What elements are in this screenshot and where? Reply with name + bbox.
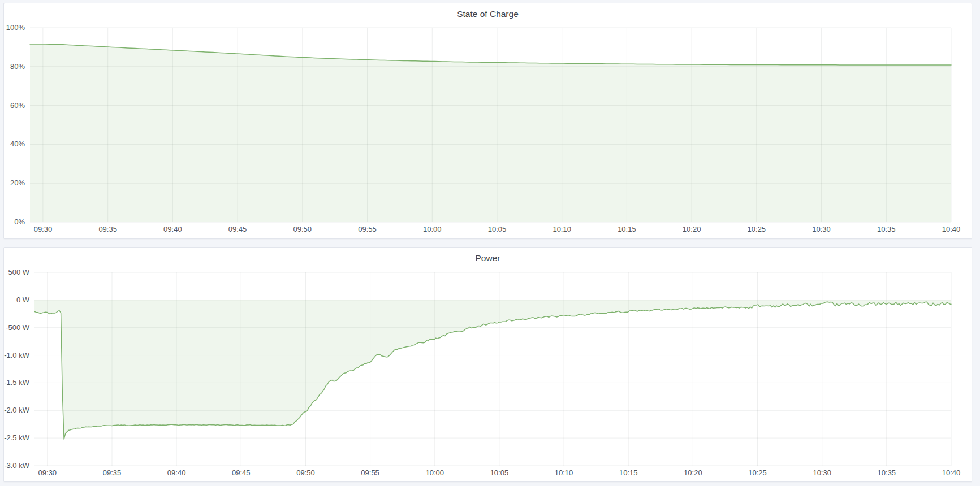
- y-tick-label: 0 W: [4, 296, 29, 304]
- x-tick-label: 10:35: [878, 468, 896, 477]
- x-tick-label: 09:40: [163, 225, 182, 233]
- x-tick-label: 09:45: [228, 225, 247, 233]
- x-tick-label: 10:05: [490, 468, 509, 477]
- y-tick-label: -2.5 kW: [4, 434, 29, 442]
- x-tick-label: 09:55: [361, 468, 379, 477]
- y-tick-label: -1.0 kW: [4, 352, 29, 359]
- y-tick-label: 0%: [4, 218, 25, 226]
- x-tick-label: 10:00: [423, 225, 442, 233]
- y-tick-label: 100%: [4, 24, 25, 32]
- x-tick-label: 09:40: [167, 468, 186, 477]
- x-tick-label: 10:25: [748, 225, 766, 233]
- panel-power: Power 500 W0 W-500 W-1.0 kW-1.5 kW-2.0 k…: [3, 247, 972, 482]
- y-tick-label: 40%: [4, 140, 25, 148]
- y-tick-label: -500 W: [4, 324, 29, 332]
- x-tick-label: 10:20: [683, 225, 701, 233]
- y-tick-label: 60%: [4, 102, 25, 110]
- x-tick-label: 10:10: [555, 468, 573, 477]
- y-tick-label: 500 W: [4, 268, 29, 276]
- x-tick-label: 10:10: [552, 225, 571, 233]
- x-tick-label: 10:30: [813, 468, 831, 477]
- x-tick-label: 09:35: [98, 225, 117, 233]
- x-tick-label: 09:35: [103, 468, 122, 477]
- series-area: [34, 300, 951, 439]
- x-tick-label: 10:30: [812, 225, 831, 233]
- x-tick-label: 10:25: [748, 468, 767, 477]
- x-tick-label: 09:30: [34, 225, 53, 233]
- x-tick-label: 10:15: [618, 225, 636, 233]
- y-tick-label: -3.0 kW: [4, 462, 29, 470]
- x-tick-label: 10:35: [877, 225, 896, 233]
- y-tick-label: -2.0 kW: [4, 406, 29, 414]
- series-area: [30, 45, 951, 222]
- panel-state-of-charge: State of Charge 100%80%60%40%20%0%09:300…: [3, 3, 972, 239]
- x-tick-label: 10:00: [425, 468, 444, 477]
- x-tick-label: 09:45: [232, 468, 251, 477]
- x-tick-label: 09:30: [38, 468, 57, 477]
- x-tick-label: 09:50: [296, 468, 315, 477]
- x-tick-label: 09:50: [293, 225, 312, 233]
- y-tick-label: 20%: [4, 179, 25, 187]
- x-tick-label: 09:55: [358, 225, 377, 233]
- y-tick-label: -1.5 kW: [4, 379, 29, 387]
- x-tick-label: 10:05: [488, 225, 507, 233]
- x-tick-label: 10:40: [942, 468, 961, 477]
- x-tick-label: 10:15: [619, 468, 638, 477]
- x-tick-label: 10:20: [684, 468, 702, 477]
- x-tick-label: 10:40: [942, 225, 961, 233]
- y-tick-label: 80%: [4, 63, 25, 71]
